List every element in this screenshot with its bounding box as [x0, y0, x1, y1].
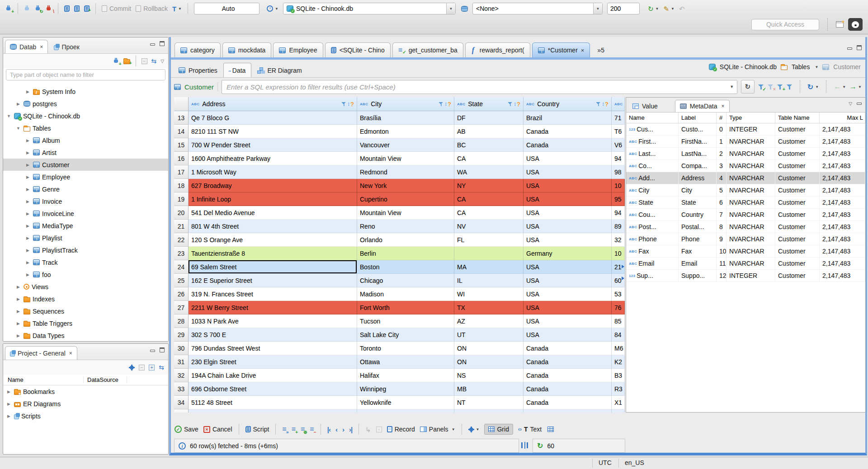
save-button[interactable]: ✓ Save — [175, 426, 198, 433]
tree-item[interactable]: ▼ SQLite - Chinook.db — [3, 110, 168, 122]
maximize-icon[interactable] — [160, 41, 165, 46]
row-number-cell[interactable]: 26 — [174, 287, 189, 301]
postal-cell[interactable]: 71 — [612, 111, 625, 125]
city-cell[interactable]: Fort Worth — [357, 301, 454, 314]
sql-filter-input[interactable] — [222, 80, 727, 94]
expand-arrow-icon[interactable]: ▶ — [25, 199, 31, 204]
focus-cell-icon[interactable]: ▫ — [376, 427, 382, 432]
postal-cell[interactable]: 85 — [612, 314, 625, 328]
state-cell[interactable]: TX — [454, 301, 524, 314]
row-number-cell[interactable]: 32 — [174, 369, 189, 382]
expand-arrow-icon[interactable]: ▶ — [25, 150, 31, 155]
tree-item[interactable]: ▶ MediaType — [3, 220, 168, 232]
city-cell[interactable]: Cupertino — [357, 192, 454, 206]
column-sort-hint-icon[interactable]: ? — [605, 101, 609, 108]
city-cell[interactable]: Redmond — [357, 165, 454, 179]
city-cell[interactable]: Yellowknife — [357, 396, 454, 409]
row-number-cell[interactable]: 33 — [174, 382, 189, 396]
next-row-button[interactable]: › — [342, 426, 344, 433]
column-sort-hint-icon[interactable]: ? — [350, 101, 354, 108]
fetch-next-button[interactable]: →▼ — [849, 83, 862, 91]
postal-cell[interactable]: X1 — [612, 396, 625, 409]
tab-overflow-indicator[interactable]: »5 — [597, 47, 604, 54]
metadata-row[interactable]: ABCPost... Postal... 8 NVARCHAR Customer… — [626, 221, 865, 233]
connection-combo[interactable]: SQLite - Chinook.db ▼ — [283, 3, 456, 14]
metadata-row[interactable]: ABCFax Fax 10 NVARCHAR Customer 2,147,48… — [626, 245, 865, 258]
add-row-icon[interactable]: ≡+ — [292, 426, 296, 433]
minimize-icon[interactable] — [150, 43, 155, 46]
breadcrumb-connection[interactable]: SQLite - Chinook.db — [720, 63, 777, 70]
new-sql-editor-icon[interactable]: + — [84, 5, 90, 12]
project-item[interactable]: ▶ Scripts — [3, 410, 168, 422]
column-filter-icon[interactable] — [341, 102, 346, 106]
state-cell[interactable]: UT — [454, 328, 524, 342]
gear-icon[interactable] — [129, 365, 135, 371]
breadcrumb-entity[interactable]: Customer — [833, 63, 861, 70]
object-filter-input[interactable] — [6, 69, 165, 80]
cancel-button[interactable]: × Cancel — [203, 426, 232, 433]
address-cell[interactable]: 319 N. Frances Street — [189, 287, 357, 301]
postal-cell[interactable]: 53 — [612, 287, 625, 301]
postal-cell[interactable]: 10 — [612, 179, 625, 192]
city-cell[interactable]: Orlando — [357, 233, 454, 247]
tab-database-navigator[interactable]: Datab × — [5, 40, 48, 53]
link-with-editor-icon[interactable]: ⇆ — [159, 364, 164, 371]
close-icon[interactable]: × — [581, 47, 585, 54]
subtab[interactable]: ER Diagram — [251, 63, 307, 77]
sql-editor-icon[interactable] — [64, 5, 70, 12]
auto-sync-button[interactable]: ↻ ▼ — [648, 5, 659, 12]
city-cell[interactable]: Toronto — [357, 342, 454, 355]
open-sql-script-icon[interactable]: → — [74, 5, 80, 12]
state-cell[interactable]: MB — [454, 382, 524, 396]
column-filter-icon[interactable] — [596, 102, 600, 106]
metadata-row[interactable]: ABCCo... Compa... 3 NVARCHAR Customer 2,… — [626, 160, 865, 172]
row-number-cell[interactable]: 34 — [174, 396, 189, 409]
state-cell[interactable]: ON — [454, 355, 524, 369]
address-cell[interactable]: 69 Salem Street — [189, 260, 357, 274]
tree-item[interactable]: ▶ InvoiceLine — [3, 207, 168, 220]
project-item[interactable]: ▶ ER Diagrams — [3, 398, 168, 410]
address-cell[interactable]: 801 W 4th Street — [189, 220, 357, 233]
country-cell[interactable]: USA — [524, 152, 612, 165]
quick-access-input[interactable] — [751, 19, 819, 30]
state-cell[interactable] — [454, 409, 524, 413]
row-number-cell[interactable]: 25 — [174, 274, 189, 287]
postal-cell[interactable]: 60 — [612, 274, 625, 287]
address-cell[interactable]: 627 Broadway — [189, 179, 357, 192]
disconnect-icon[interactable]: \ — [46, 5, 52, 12]
postal-cell[interactable]: 89 — [612, 220, 625, 233]
settings-button[interactable]: ▼ — [468, 427, 480, 432]
filter-history-arrow-icon[interactable]: ▼ — [727, 80, 737, 94]
tree-item[interactable]: ▶ Album — [3, 134, 168, 146]
city-cell[interactable]: Reno — [357, 220, 454, 233]
tree-item[interactable]: ▶ Playlist — [3, 232, 168, 244]
record-button[interactable]: Record — [387, 426, 415, 433]
country-cell[interactable]: USA — [524, 314, 612, 328]
row-number-cell[interactable]: 15 — [174, 138, 189, 152]
delete-row-icon[interactable]: ≡− — [310, 426, 314, 433]
row-number-cell[interactable]: 27 — [174, 301, 189, 314]
row-number-cell[interactable]: 13 — [174, 111, 189, 125]
expand-arrow-icon[interactable]: ▶ — [15, 102, 21, 106]
collapse-all-icon[interactable]: − — [142, 58, 147, 64]
editor-tab[interactable]: Employee × — [273, 42, 323, 57]
expand-icon[interactable]: + — [149, 365, 155, 371]
row-number-cell[interactable]: 20 — [174, 206, 189, 220]
postal-cell[interactable]: K2 — [612, 355, 625, 369]
postal-cell[interactable]: 84 — [612, 328, 625, 342]
country-cell[interactable]: Canada — [524, 396, 612, 409]
postal-cell[interactable]: R3 — [612, 382, 625, 396]
edit-cell-icon[interactable]: ≡» — [282, 426, 286, 433]
postal-cell[interactable]: 98 — [612, 165, 625, 179]
metadata-column-table[interactable]: Table Name — [775, 113, 820, 123]
duplicate-row-icon[interactable]: ≡⊕ — [301, 426, 305, 433]
tree-item[interactable]: ▶ Indexes — [3, 293, 168, 305]
expand-arrow-icon[interactable]: ▶ — [6, 414, 12, 418]
expand-arrow-icon[interactable]: ▶ — [25, 175, 31, 179]
row-number-cell[interactable]: 31 — [174, 355, 189, 369]
postal-cell[interactable]: 32 — [612, 233, 625, 247]
tab-metadata[interactable]: MetaData × — [675, 100, 730, 112]
metadata-row[interactable]: 123Sup... Suppo... 12 INTEGER Customer 2… — [626, 270, 865, 282]
connect-icon[interactable] — [24, 5, 30, 12]
fetch-previous-button[interactable]: ←▼ — [834, 83, 846, 91]
